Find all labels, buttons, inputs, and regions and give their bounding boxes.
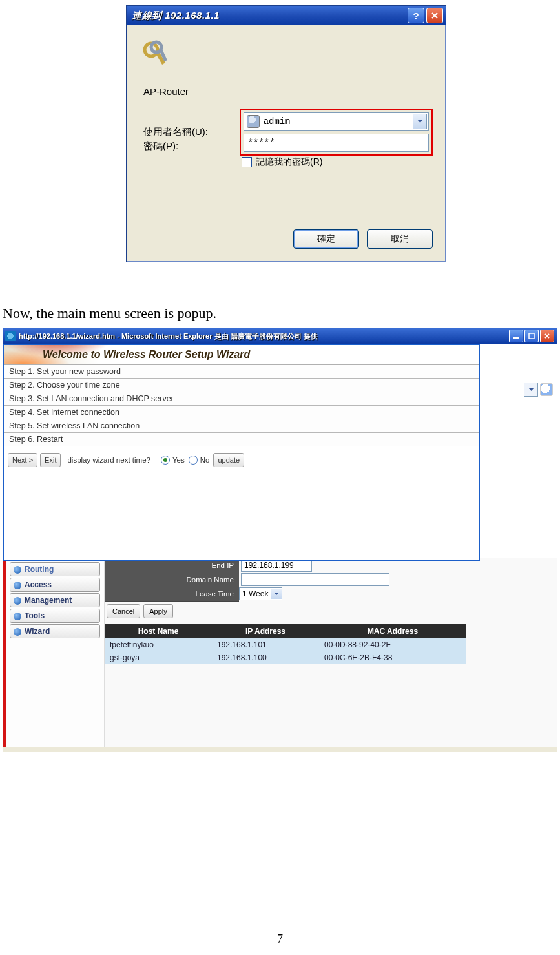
password-label: 密碼(P):: [140, 140, 240, 152]
main-panel: End IP 192.168.1.199 Domain Name Lease T…: [105, 558, 557, 747]
domain-name-input[interactable]: [241, 573, 389, 586]
browser-title: http://192.168.1.1/wizard.htm - Microsof…: [19, 331, 509, 341]
keys-icon: [140, 38, 174, 73]
browser-window: http://192.168.1.1/wizard.htm - Microsof…: [3, 328, 557, 752]
body-text: Now, the main menu screen is popup.: [3, 305, 216, 322]
ok-button[interactable]: 確定: [293, 229, 359, 249]
exit-button[interactable]: Exit: [40, 453, 61, 467]
password-input[interactable]: *****: [244, 134, 429, 152]
remember-checkbox[interactable]: [242, 157, 252, 167]
dhcp-row[interactable]: tpeteffinykuo 192.168.1.101 00-0D-88-92-…: [105, 638, 466, 651]
dhcp-ip: 192.168.1.100: [212, 651, 319, 664]
search-icon[interactable]: [540, 383, 553, 396]
sidebar-item-tools[interactable]: Tools: [10, 609, 100, 623]
config-apply-button[interactable]: Apply: [143, 604, 173, 618]
realm-label: AP-Router: [143, 86, 433, 97]
password-value: *****: [248, 138, 275, 148]
statusbar: [3, 747, 557, 752]
wizard-step[interactable]: Step 3. Set LAN connection and DHCP serv…: [4, 392, 479, 406]
svg-rect-5: [529, 333, 534, 339]
wizard-step[interactable]: Step 1. Set your new password: [4, 365, 479, 379]
wizard-step[interactable]: Step 6. Restart: [4, 433, 479, 446]
username-label: 使用者名稱(U):: [140, 126, 240, 138]
browser-titlebar[interactable]: http://192.168.1.1/wizard.htm - Microsof…: [3, 328, 557, 344]
maximize-button[interactable]: [524, 330, 539, 342]
background-dropdown: [524, 383, 553, 397]
help-button[interactable]: ?: [408, 8, 424, 23]
yes-radio[interactable]: [161, 456, 170, 465]
config-cancel-label: Cancel: [112, 607, 134, 615]
dhcp-ip: 192.168.1.101: [212, 638, 319, 651]
exit-label: Exit: [45, 456, 56, 464]
next-label: Next >: [12, 456, 33, 464]
dhcp-mac: 00-0D-88-92-40-2F: [319, 638, 466, 651]
config-cancel-button[interactable]: Cancel: [107, 604, 140, 618]
update-button[interactable]: update: [213, 453, 244, 467]
update-label: update: [218, 456, 240, 464]
wizard-question: display wizard next time?: [67, 456, 150, 464]
username-combo[interactable]: admin: [244, 112, 429, 131]
remember-label: 記憶我的密碼(R): [256, 156, 322, 168]
lease-time-label: Lease Time: [105, 587, 239, 602]
close-button[interactable]: [426, 8, 443, 23]
login-dialog: 連線到 192.168.1.1 ? AP-Router 使用者名稱(U): ad…: [126, 5, 446, 262]
chevron-down-icon[interactable]: [413, 114, 427, 129]
end-ip-input[interactable]: 192.168.1.199: [241, 559, 312, 572]
user-icon: [247, 115, 260, 128]
config-apply-label: Apply: [149, 607, 167, 615]
svg-rect-4: [513, 337, 519, 339]
dhcp-mac: 00-0C-6E-2B-F4-38: [319, 651, 466, 664]
dhcp-header-mac: MAC Address: [319, 624, 466, 638]
wizard-popup: Welcome to Wireless Router Setup Wizard …: [3, 344, 480, 561]
admin-area: Routing Access Management Tools Wizard E…: [6, 558, 557, 747]
wizard-step[interactable]: Step 2. Choose your time zone: [4, 379, 479, 392]
wizard-step[interactable]: Step 5. Set wireless LAN connection: [4, 419, 479, 433]
ie-icon: [5, 331, 16, 341]
sidebar-item-access[interactable]: Access: [10, 578, 100, 592]
sidebar: Routing Access Management Tools Wizard: [6, 558, 105, 747]
page-number: 7: [0, 932, 560, 946]
dhcp-header-row: Host Name IP Address MAC Address: [105, 624, 466, 638]
sidebar-item-routing[interactable]: Routing: [10, 562, 100, 576]
dhcp-header-host: Host Name: [105, 624, 212, 638]
cancel-button[interactable]: 取消: [367, 229, 433, 249]
no-radio[interactable]: [189, 456, 198, 465]
cancel-label: 取消: [391, 233, 409, 245]
sidebar-item-wizard[interactable]: Wizard: [10, 624, 100, 638]
username-value: admin: [264, 116, 413, 127]
yes-label: Yes: [172, 456, 185, 464]
wizard-title: Welcome to Wireless Router Setup Wizard: [43, 349, 250, 361]
no-label: No: [200, 456, 210, 464]
wizard-banner: Welcome to Wireless Router Setup Wizard: [4, 345, 479, 365]
wizard-step[interactable]: Step 4. Set internet connection: [4, 406, 479, 419]
ok-label: 確定: [317, 233, 335, 245]
dhcp-host: gst-goya: [105, 651, 212, 664]
end-ip-value: 192.168.1.199: [244, 561, 294, 570]
lease-time-select[interactable]: 1 Week: [239, 587, 282, 600]
browser-close-button[interactable]: [540, 330, 554, 342]
chevron-down-icon[interactable]: [524, 383, 538, 397]
dhcp-host: tpeteffinykuo: [105, 638, 212, 651]
domain-name-label: Domain Name: [105, 572, 239, 587]
credentials-highlight: admin *****: [240, 109, 433, 156]
minimize-button[interactable]: [509, 330, 523, 342]
dhcp-table: Host Name IP Address MAC Address tpeteff…: [105, 624, 466, 664]
chevron-down-icon: [271, 589, 282, 599]
login-title: 連線到 192.168.1.1: [132, 10, 408, 22]
sidebar-item-management[interactable]: Management: [10, 593, 100, 607]
dhcp-header-ip: IP Address: [212, 624, 319, 638]
wizard-steps: Step 1. Set your new password Step 2. Ch…: [4, 365, 479, 446]
login-titlebar[interactable]: 連線到 192.168.1.1 ?: [127, 6, 446, 25]
lease-time-value: 1 Week: [242, 589, 268, 598]
dhcp-row[interactable]: gst-goya 192.168.1.100 00-0C-6E-2B-F4-38: [105, 651, 466, 664]
next-button[interactable]: Next >: [8, 453, 37, 467]
